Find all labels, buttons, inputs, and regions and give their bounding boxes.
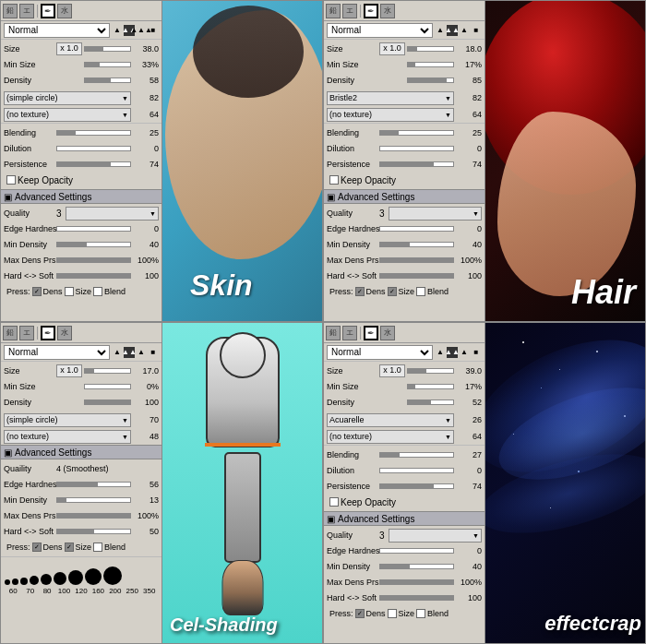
- brushtype1-hair[interactable]: Bristle2: [327, 91, 454, 105]
- brushtype2-eff[interactable]: (no texture): [327, 430, 454, 444]
- minsize-track-cel[interactable]: [84, 384, 131, 389]
- press-size-check[interactable]: [65, 287, 74, 296]
- brush-tool-eff[interactable]: ✒: [364, 326, 378, 340]
- blending-track[interactable]: [56, 130, 131, 136]
- eh-track-hair[interactable]: [379, 226, 454, 232]
- size-track[interactable]: [84, 46, 131, 52]
- blending-track-eff[interactable]: [379, 452, 454, 458]
- dilution-track[interactable]: [56, 146, 131, 151]
- airbrush-tool[interactable]: エ: [19, 4, 34, 18]
- press-size-hair[interactable]: ✓: [388, 287, 397, 296]
- airbrush-tool-hair[interactable]: エ: [342, 4, 357, 18]
- brushtype2-hair[interactable]: (no texture): [327, 108, 454, 122]
- pencil-tool-cel[interactable]: 鉛: [3, 326, 18, 340]
- press-size-eff[interactable]: [388, 609, 397, 618]
- press-blend-check[interactable]: [93, 287, 102, 296]
- density-track-eff[interactable]: [407, 400, 454, 405]
- minsize-track[interactable]: [84, 62, 131, 67]
- keep-opacity-check-hair[interactable]: [329, 175, 339, 185]
- hs-track-eff[interactable]: [379, 595, 454, 601]
- keep-opacity-checkbox[interactable]: [6, 175, 16, 185]
- shape-c2[interactable]: ▲▲: [124, 347, 135, 358]
- adv-header-eff[interactable]: ▣ Advanced Settings: [324, 511, 484, 526]
- mode-select-cel[interactable]: Normal: [4, 345, 110, 360]
- size-mult-cel[interactable]: x 1.0: [56, 364, 82, 377]
- quality-dropdown-eff[interactable]: [389, 529, 482, 543]
- edgehardness-track[interactable]: [56, 226, 131, 232]
- press-dens-hair[interactable]: ✓: [355, 287, 365, 296]
- mode-select-eff[interactable]: Normal: [327, 345, 433, 360]
- brush-tool-hair[interactable]: ✒: [364, 4, 378, 18]
- shape-c3[interactable]: ▲: [136, 347, 147, 358]
- persistence-track-eff[interactable]: [379, 483, 454, 489]
- size-multiplier[interactable]: x 1.0: [56, 42, 82, 55]
- shape-h2[interactable]: ▲▲: [447, 25, 458, 36]
- mode-select-skin[interactable]: Normal: [4, 23, 110, 38]
- mode-select-hair[interactable]: Normal: [327, 23, 433, 38]
- minsize-track-hair[interactable]: [407, 62, 454, 67]
- airbrush-tool-eff[interactable]: エ: [342, 326, 357, 340]
- size-track-cel[interactable]: [84, 368, 131, 374]
- size-track-eff[interactable]: [407, 368, 454, 374]
- airbrush-tool-cel[interactable]: エ: [19, 326, 34, 340]
- brushtype1-dropdown[interactable]: (simple circle): [4, 91, 131, 105]
- shape-e4[interactable]: ■: [471, 347, 482, 358]
- adv-header-cel[interactable]: ▣ Advanced Settings: [1, 445, 162, 459]
- maxdens-track-cel[interactable]: [56, 513, 131, 519]
- adv-header-skin[interactable]: ▣ Advanced Settings: [1, 189, 162, 204]
- watercolor-tool-hair[interactable]: 水: [380, 4, 395, 18]
- brush-tool-cel[interactable]: ✒: [41, 326, 55, 340]
- brushtype1-eff[interactable]: Acuarelle: [327, 413, 454, 427]
- md-track-cel[interactable]: [56, 497, 131, 503]
- eh-track-cel[interactable]: [56, 482, 131, 487]
- density-track[interactable]: [84, 78, 131, 83]
- minsize-track-eff[interactable]: [407, 384, 454, 389]
- hs-track-cel[interactable]: [56, 529, 131, 534]
- press-dens-check[interactable]: ✓: [32, 287, 42, 296]
- hardsoft-track[interactable]: [56, 273, 131, 279]
- press-blend-hair[interactable]: [416, 287, 425, 296]
- press-dens-cel[interactable]: ✓: [32, 543, 42, 552]
- persistence-track-hair[interactable]: [379, 161, 454, 167]
- press-dens-eff[interactable]: ✓: [355, 609, 365, 618]
- persistence-track[interactable]: [56, 161, 131, 167]
- hs-track-hair[interactable]: [379, 273, 454, 279]
- quality-dropdown-hair[interactable]: [389, 207, 482, 221]
- maxdensprs-track[interactable]: [56, 257, 131, 263]
- keep-opacity-check-eff[interactable]: [329, 497, 339, 507]
- watercolor-tool[interactable]: 水: [57, 4, 72, 18]
- size-track-hair[interactable]: [407, 46, 454, 52]
- pencil-tool[interactable]: 鉛: [3, 4, 18, 18]
- watercolor-tool-eff[interactable]: 水: [380, 326, 395, 340]
- md-track-hair[interactable]: [379, 242, 454, 247]
- shape-e3[interactable]: ▲: [459, 347, 470, 358]
- shape-c4[interactable]: ■: [148, 347, 159, 358]
- press-blend-eff[interactable]: [416, 609, 425, 618]
- size-mult-hair[interactable]: x 1.0: [379, 42, 405, 55]
- brushtype1-cel[interactable]: (simple circle): [4, 413, 131, 427]
- mindensity-track[interactable]: [56, 242, 131, 247]
- brushtype2-cel[interactable]: (no texture): [4, 430, 131, 444]
- press-size-cel[interactable]: ✓: [65, 543, 74, 552]
- maxdens-track-hair[interactable]: [379, 257, 454, 263]
- shape-3[interactable]: ▲▲▲: [136, 25, 147, 36]
- brushtype2-dropdown[interactable]: (no texture): [4, 108, 131, 122]
- shape-h3[interactable]: ▲: [459, 25, 470, 36]
- watercolor-tool-cel[interactable]: 水: [57, 326, 72, 340]
- density-track-cel[interactable]: [84, 400, 131, 405]
- pencil-tool-eff[interactable]: 鉛: [326, 326, 341, 340]
- eh-track-eff[interactable]: [379, 548, 454, 554]
- density-track-hair[interactable]: [407, 78, 454, 83]
- md-track-eff[interactable]: [379, 564, 454, 569]
- adv-header-hair[interactable]: ▣ Advanced Settings: [324, 189, 484, 204]
- pencil-tool-hair[interactable]: 鉛: [326, 4, 341, 18]
- blending-track-hair[interactable]: [379, 130, 454, 136]
- shape-h4[interactable]: ■: [471, 25, 482, 36]
- dilution-track-hair[interactable]: [379, 146, 454, 151]
- quality-dropdown[interactable]: [66, 207, 159, 221]
- dilution-track-eff[interactable]: [379, 468, 454, 473]
- shape-4[interactable]: ■: [148, 25, 159, 36]
- size-mult-eff[interactable]: x 1.0: [379, 364, 405, 377]
- brush-tool[interactable]: ✒: [41, 4, 55, 18]
- maxdens-track-eff[interactable]: [379, 579, 454, 585]
